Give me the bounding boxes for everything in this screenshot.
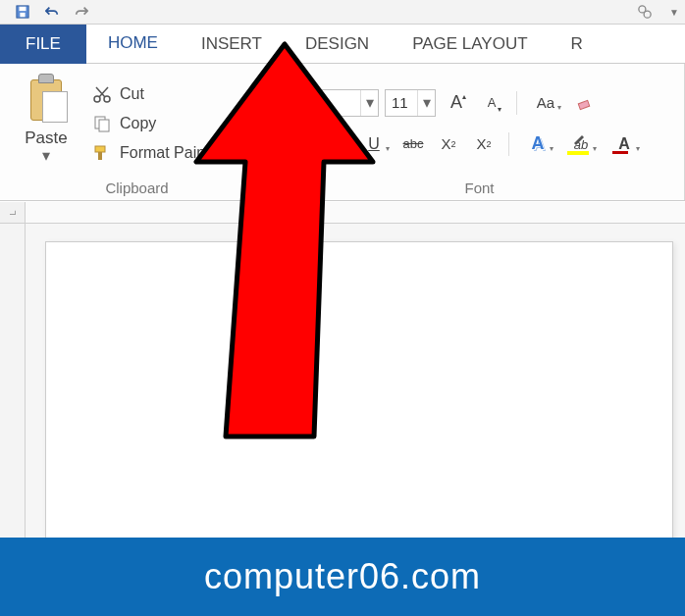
group-font-label: Font xyxy=(285,177,674,198)
font-color-button[interactable]: A ▾ xyxy=(606,130,643,158)
svg-rect-13 xyxy=(578,100,589,109)
tab-references-partial[interactable]: R xyxy=(550,25,605,64)
superscript-x: X xyxy=(476,135,486,152)
paintbrush-icon xyxy=(92,143,112,163)
watermark-banner: computer06.com xyxy=(0,538,685,616)
highlighter-icon xyxy=(572,131,586,145)
font-name-input[interactable] xyxy=(286,90,360,116)
group-clipboard: Paste ▾ Cut Copy Format Painter xyxy=(0,64,275,200)
word-window: ▼ FILE HOME INSERT DESIGN PAGE LAYOUT R … xyxy=(0,0,685,616)
subscript-2: 2 xyxy=(451,139,456,149)
change-case-label: Aa xyxy=(537,94,554,111)
italic-button[interactable]: I xyxy=(320,130,349,158)
ribbon-tabs: FILE HOME INSERT DESIGN PAGE LAYOUT R xyxy=(0,25,685,64)
chevron-down-icon[interactable]: ▾ xyxy=(417,90,435,116)
undo-icon[interactable] xyxy=(41,2,63,22)
cut-label: Cut xyxy=(120,85,144,103)
shrink-font-button[interactable]: A ▾ xyxy=(477,89,506,117)
shrink-font-label: A xyxy=(488,95,497,110)
svg-rect-1 xyxy=(20,7,26,11)
superscript-button[interactable]: X2 xyxy=(469,130,499,158)
ribbon: Paste ▾ Cut Copy Format Painter xyxy=(0,64,685,201)
svg-rect-11 xyxy=(95,146,105,152)
copy-button[interactable]: Copy xyxy=(88,112,228,135)
font-name-combo[interactable]: ▾ xyxy=(285,89,379,117)
save-icon[interactable] xyxy=(12,2,33,22)
strike-label: abc xyxy=(403,136,424,151)
svg-point-4 xyxy=(644,11,651,18)
tab-file[interactable]: FILE xyxy=(0,25,86,64)
change-case-button[interactable]: Aa ▾ xyxy=(527,89,564,117)
bold-button[interactable]: B xyxy=(285,130,314,158)
quick-access-toolbar: ▼ xyxy=(0,0,685,25)
watermark-text: computer06.com xyxy=(204,556,481,597)
paste-label: Paste xyxy=(25,128,67,148)
customize-qat-icon[interactable]: ▼ xyxy=(663,2,685,22)
subscript-button[interactable]: X2 xyxy=(434,130,463,158)
format-painter-button[interactable]: Format Painter xyxy=(88,141,228,165)
underline-button[interactable]: U ▾ xyxy=(355,130,393,158)
font-size-input[interactable] xyxy=(386,90,417,116)
clear-formatting-button[interactable] xyxy=(570,89,600,117)
tab-design[interactable]: DESIGN xyxy=(284,25,391,64)
highlight-button[interactable]: ab ▾ xyxy=(562,130,600,158)
strikethrough-button[interactable]: abc xyxy=(398,130,428,158)
horizontal-ruler[interactable] xyxy=(26,202,685,224)
svg-rect-10 xyxy=(99,120,109,131)
subscript-x: X xyxy=(441,135,450,152)
text-effects-label: A xyxy=(532,133,545,154)
text-effects-button[interactable]: A ▾ xyxy=(519,130,556,158)
grow-font-button[interactable]: A ▴ xyxy=(442,89,471,117)
svg-rect-2 xyxy=(20,13,25,17)
paste-icon xyxy=(25,74,68,125)
touch-mode-icon[interactable] xyxy=(634,2,656,22)
redo-icon[interactable] xyxy=(71,2,92,22)
cut-button[interactable]: Cut xyxy=(88,82,228,106)
ruler-corner: L xyxy=(0,202,26,224)
paste-button[interactable]: Paste ▾ xyxy=(10,70,82,177)
font-size-combo[interactable]: ▾ xyxy=(385,89,436,117)
eraser-icon xyxy=(576,94,594,112)
bold-label: B xyxy=(293,134,305,154)
paste-dropdown-icon[interactable]: ▾ xyxy=(42,146,50,165)
underline-label: U xyxy=(368,135,380,153)
font-row-1: ▾ ▾ A ▴ A ▾ Aa xyxy=(285,85,674,121)
superscript-2: 2 xyxy=(487,139,492,149)
copy-icon xyxy=(92,114,112,133)
grow-font-label: A xyxy=(450,92,462,113)
chevron-down-icon[interactable]: ▾ xyxy=(360,90,378,116)
group-clipboard-label: Clipboard xyxy=(10,177,264,198)
svg-rect-12 xyxy=(98,152,102,160)
tab-home[interactable]: HOME xyxy=(86,25,180,64)
group-font: ▾ ▾ A ▴ A ▾ Aa xyxy=(275,64,685,200)
font-row-2: B I U ▾ abc X2 X2 xyxy=(285,127,674,162)
scissors-icon xyxy=(92,84,112,104)
tab-page-layout[interactable]: PAGE LAYOUT xyxy=(391,25,549,64)
italic-label: I xyxy=(332,133,338,154)
tab-insert[interactable]: INSERT xyxy=(180,25,284,64)
format-painter-label: Format Painter xyxy=(120,144,224,162)
copy-label: Copy xyxy=(120,115,156,132)
